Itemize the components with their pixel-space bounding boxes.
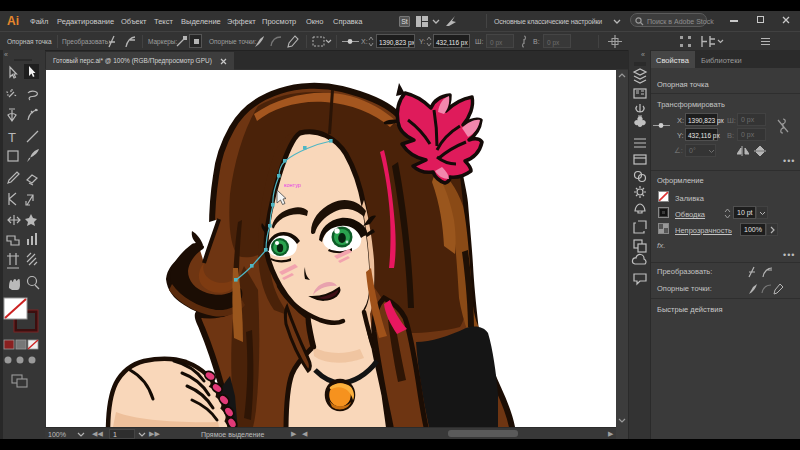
svg-text:T: T — [8, 130, 16, 145]
svg-text:контур: контур — [284, 182, 301, 188]
